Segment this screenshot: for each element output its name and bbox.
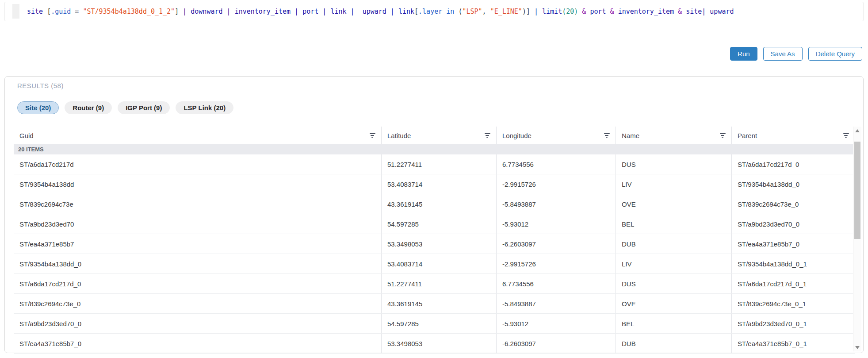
cell-parent: ST/ea4a371e85b7_0 bbox=[731, 234, 855, 254]
table-row[interactable]: ST/a9bd23d3ed7054.597285-5.93012BELST/a9… bbox=[14, 214, 855, 234]
tab-site-20[interactable]: Site (20) bbox=[17, 101, 59, 114]
query-token: | bbox=[223, 8, 235, 15]
query-token bbox=[606, 8, 610, 15]
query-token: in bbox=[442, 8, 458, 15]
column-header-guid[interactable]: Guid bbox=[14, 127, 381, 144]
table-row[interactable]: ST/9354b4a138dd_053.4083714-2.9915726LIV… bbox=[14, 254, 855, 274]
cell-guid: ST/839c2694c73e bbox=[14, 194, 381, 214]
table-row[interactable]: ST/839c2694c73e43.3619145-5.8493887OVEST… bbox=[14, 194, 855, 214]
query-token: "E_LINE" bbox=[490, 8, 522, 15]
cell-name: OVE bbox=[616, 194, 731, 214]
filter-icon[interactable] bbox=[369, 133, 375, 138]
delete-query-button[interactable]: Delete Query bbox=[808, 47, 862, 61]
cell-longitude: -5.93012 bbox=[496, 214, 616, 234]
cell-longitude: -2.9915726 bbox=[496, 174, 616, 194]
cell-name: BEL bbox=[616, 214, 731, 234]
cell-latitude: 53.4083714 bbox=[381, 254, 496, 273]
column-header-longitude[interactable]: Longitude bbox=[496, 127, 616, 144]
cell-name: OVE bbox=[616, 294, 731, 313]
cell-parent: ST/9354b4a138dd_0_1 bbox=[731, 254, 855, 273]
scroll-down-button[interactable] bbox=[853, 343, 861, 351]
table-row[interactable]: ST/ea4a371e85b753.3498053-6.2603097DUBST… bbox=[14, 234, 855, 254]
query-token: | bbox=[702, 8, 710, 15]
tab-router-9[interactable]: Router (9) bbox=[65, 101, 112, 114]
column-header-latitude[interactable]: Latitude bbox=[381, 127, 496, 144]
vertical-scrollbar[interactable] bbox=[853, 127, 861, 351]
results-panel: RESULTS (58) Site (20)Router (9)IGP Port… bbox=[4, 76, 864, 353]
filter-icon[interactable] bbox=[484, 133, 490, 138]
query-token: , bbox=[482, 8, 490, 15]
table-row[interactable]: ST/ea4a371e85b7_053.3498053-6.2603097DUB… bbox=[14, 334, 855, 354]
table-row[interactable]: ST/a6da17cd217d51.22774116.7734556DUSST/… bbox=[14, 154, 855, 174]
column-header-label: Guid bbox=[19, 132, 34, 139]
cell-name: DUB bbox=[616, 334, 731, 353]
results-title: RESULTS (58) bbox=[17, 82, 64, 89]
scrollbar-thumb[interactable] bbox=[854, 142, 860, 239]
query-editor[interactable]: site [.guid = "ST/9354b4a138dd_0_1_2"] |… bbox=[4, 2, 864, 21]
group-header-label: 20 ITEMS bbox=[18, 146, 44, 153]
query-token: inventory_item bbox=[235, 8, 291, 15]
cell-longitude: 6.7734556 bbox=[496, 154, 616, 174]
cell-guid: ST/a6da17cd217d bbox=[14, 154, 381, 174]
query-token: [ bbox=[414, 8, 418, 15]
save-as-button[interactable]: Save As bbox=[763, 47, 803, 61]
column-header-parent[interactable]: Parent bbox=[731, 127, 855, 144]
table-row[interactable]: ST/839c2694c73e_043.3619145-5.8493887OVE… bbox=[14, 294, 855, 314]
cell-guid: ST/a9bd23d3ed70 bbox=[14, 214, 381, 234]
cell-longitude: -2.9915726 bbox=[496, 254, 616, 273]
column-header-label: Latitude bbox=[387, 132, 411, 139]
query-token: .guid bbox=[51, 8, 71, 15]
cell-latitude: 54.597285 bbox=[381, 214, 496, 234]
query-token: & bbox=[610, 8, 614, 15]
column-header-name[interactable]: Name bbox=[616, 127, 731, 144]
table-row[interactable]: ST/9354b4a138dd53.4083714-2.9915726LIVST… bbox=[14, 174, 855, 194]
tab-igp-port-9[interactable]: IGP Port (9) bbox=[118, 101, 170, 114]
query-token bbox=[614, 8, 618, 15]
app-window: site [.guid = "ST/9354b4a138dd_0_1_2"] |… bbox=[0, 0, 868, 358]
query-token: | bbox=[318, 8, 330, 15]
cell-name: DUB bbox=[616, 234, 731, 254]
query-token: | bbox=[386, 8, 398, 15]
query-token bbox=[674, 8, 678, 15]
results-table: GuidLatitudeLongitudeNameParent 20 ITEMS… bbox=[14, 127, 855, 354]
cell-latitude: 53.4083714 bbox=[381, 174, 496, 194]
query-token bbox=[578, 8, 582, 15]
result-type-tabs: Site (20)Router (9)IGP Port (9)LSP Link … bbox=[17, 101, 233, 114]
cell-latitude: 43.3619145 bbox=[381, 194, 496, 214]
cell-guid: ST/9354b4a138dd bbox=[14, 174, 381, 194]
cell-latitude: 53.3498053 bbox=[381, 334, 496, 353]
cell-longitude: -5.8493887 bbox=[496, 294, 616, 313]
cell-parent: ST/839c2694c73e_0_1 bbox=[731, 294, 855, 313]
query-token: "ST/9354b4a138dd_0_1_2" bbox=[83, 8, 175, 15]
filter-icon[interactable] bbox=[719, 133, 726, 138]
tab-lsp-link-20[interactable]: LSP Link (20) bbox=[176, 101, 233, 114]
cell-longitude: 6.7734556 bbox=[496, 274, 616, 293]
filter-icon[interactable] bbox=[843, 133, 849, 138]
query-token: .layer bbox=[418, 8, 442, 15]
scroll-up-button[interactable] bbox=[853, 127, 861, 135]
query-token: [ bbox=[47, 8, 51, 15]
query-token: link bbox=[398, 8, 414, 15]
filter-icon[interactable] bbox=[604, 133, 610, 138]
query-token: site bbox=[686, 8, 702, 15]
cell-guid: ST/a9bd23d3ed70_0 bbox=[14, 314, 381, 333]
query-token: "LSP" bbox=[462, 8, 482, 15]
query-token: link bbox=[330, 8, 346, 15]
query-token: port bbox=[590, 8, 606, 15]
cell-latitude: 51.2277411 bbox=[381, 274, 496, 293]
table-body: ST/a6da17cd217d51.22774116.7734556DUSST/… bbox=[14, 154, 855, 354]
query-token: port bbox=[302, 8, 318, 15]
cell-longitude: -5.8493887 bbox=[496, 194, 616, 214]
run-button[interactable]: Run bbox=[730, 47, 757, 61]
cell-name: LIV bbox=[616, 254, 731, 273]
query-toolbar: Run Save As Delete Query bbox=[730, 47, 862, 61]
cell-parent: ST/a6da17cd217d_0 bbox=[731, 154, 855, 174]
cell-name: DUS bbox=[616, 274, 731, 293]
cell-guid: ST/ea4a371e85b7 bbox=[14, 234, 381, 254]
table-row[interactable]: ST/a6da17cd217d_051.22774116.7734556DUSS… bbox=[14, 274, 855, 294]
query-text[interactable]: site [.guid = "ST/9354b4a138dd_0_1_2"] |… bbox=[27, 7, 734, 16]
cell-name: BEL bbox=[616, 314, 731, 333]
cell-parent: ST/a6da17cd217d_0_1 bbox=[731, 274, 855, 293]
table-row[interactable]: ST/a9bd23d3ed70_054.597285-5.93012BELST/… bbox=[14, 314, 855, 334]
cell-latitude: 51.2277411 bbox=[381, 154, 496, 174]
